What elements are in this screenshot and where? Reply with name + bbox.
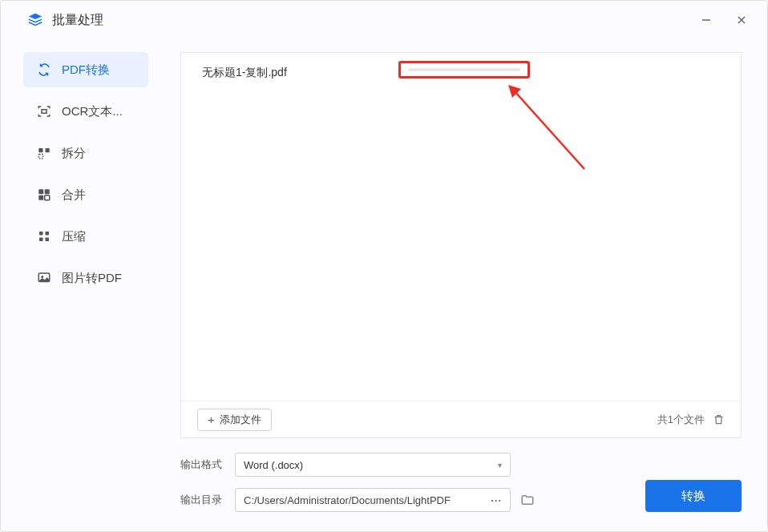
app-window: 批量处理 PDF转换 bbox=[0, 0, 768, 532]
file-name: 无标题1-复制.pdf bbox=[202, 66, 287, 80]
sidebar-item-pdf-convert[interactable]: PDF转换 bbox=[23, 52, 148, 87]
open-folder-button[interactable] bbox=[520, 493, 535, 507]
output-dir-label: 输出目录 bbox=[180, 493, 235, 507]
sidebar-item-merge[interactable]: 合并 bbox=[23, 177, 148, 212]
svg-rect-14 bbox=[46, 238, 50, 242]
output-dir-input[interactable]: C:/Users/Administrator/Documents/LightPD… bbox=[235, 488, 511, 512]
titlebar: 批量处理 bbox=[1, 1, 767, 39]
sidebar-item-image-to-pdf[interactable]: 图片转PDF bbox=[23, 260, 148, 296]
chevron-down-icon: ▾ bbox=[498, 461, 502, 470]
app-icon bbox=[26, 11, 44, 29]
svg-rect-11 bbox=[39, 232, 43, 236]
trash-icon[interactable] bbox=[713, 413, 725, 425]
svg-rect-3 bbox=[42, 110, 46, 114]
svg-rect-9 bbox=[38, 195, 43, 200]
output-format-row: 输出格式 Word (.docx) ▾ bbox=[180, 453, 742, 477]
window-controls bbox=[697, 10, 751, 30]
output-format-value: Word (.docx) bbox=[244, 459, 303, 471]
sidebar-item-label: 压缩 bbox=[62, 229, 86, 244]
split-icon bbox=[36, 145, 52, 161]
file-list-footer: + 添加文件 共1个文件 bbox=[181, 401, 741, 437]
body: PDF转换 OCR文本... 拆分 bbox=[1, 39, 767, 531]
image-pdf-icon bbox=[36, 270, 52, 286]
svg-rect-10 bbox=[45, 195, 50, 200]
main-panel: 无标题1-复制.pdf + 添加文件 共1个文件 bbox=[161, 39, 767, 531]
svg-rect-12 bbox=[46, 232, 50, 236]
sidebar-item-label: OCR文本... bbox=[62, 104, 123, 119]
window-title: 批量处理 bbox=[52, 12, 103, 29]
file-count-label: 共1个文件 bbox=[657, 413, 705, 427]
merge-icon bbox=[36, 187, 52, 203]
svg-rect-7 bbox=[38, 189, 43, 194]
output-format-label: 输出格式 bbox=[180, 457, 235, 472]
sidebar-item-split[interactable]: 拆分 bbox=[23, 135, 148, 171]
compress-icon bbox=[36, 228, 52, 244]
output-format-select[interactable]: Word (.docx) ▾ bbox=[235, 453, 511, 477]
svg-rect-8 bbox=[45, 189, 50, 194]
sidebar-item-label: 图片转PDF bbox=[62, 271, 122, 286]
annotation-highlight-box bbox=[398, 61, 530, 79]
add-file-button[interactable]: + 添加文件 bbox=[197, 409, 272, 431]
sidebar: PDF转换 OCR文本... 拆分 bbox=[1, 39, 161, 531]
plus-icon: + bbox=[208, 413, 215, 426]
annotation-arrow bbox=[508, 85, 604, 181]
svg-rect-5 bbox=[46, 148, 50, 152]
svg-line-17 bbox=[515, 91, 584, 169]
svg-rect-13 bbox=[39, 238, 43, 242]
sidebar-item-label: 拆分 bbox=[62, 146, 86, 161]
output-dir-value: C:/Users/Administrator/Documents/LightPD… bbox=[244, 494, 451, 506]
sidebar-item-label: PDF转换 bbox=[62, 62, 110, 78]
more-icon[interactable]: ··· bbox=[491, 494, 502, 506]
sidebar-item-label: 合并 bbox=[62, 187, 86, 203]
file-count: 共1个文件 bbox=[657, 413, 725, 427]
minimize-button[interactable] bbox=[697, 10, 716, 30]
convert-button[interactable]: 转换 bbox=[645, 480, 742, 512]
sidebar-item-ocr[interactable]: OCR文本... bbox=[23, 94, 148, 129]
close-button[interactable] bbox=[732, 10, 751, 30]
svg-rect-6 bbox=[38, 155, 42, 159]
file-list-area: 无标题1-复制.pdf + 添加文件 共1个文件 bbox=[180, 52, 742, 438]
svg-point-16 bbox=[41, 276, 43, 278]
add-file-label: 添加文件 bbox=[220, 413, 261, 427]
sidebar-item-compress[interactable]: 压缩 bbox=[23, 219, 148, 254]
ocr-icon bbox=[36, 103, 52, 119]
svg-rect-4 bbox=[38, 148, 42, 152]
convert-icon bbox=[36, 62, 52, 78]
